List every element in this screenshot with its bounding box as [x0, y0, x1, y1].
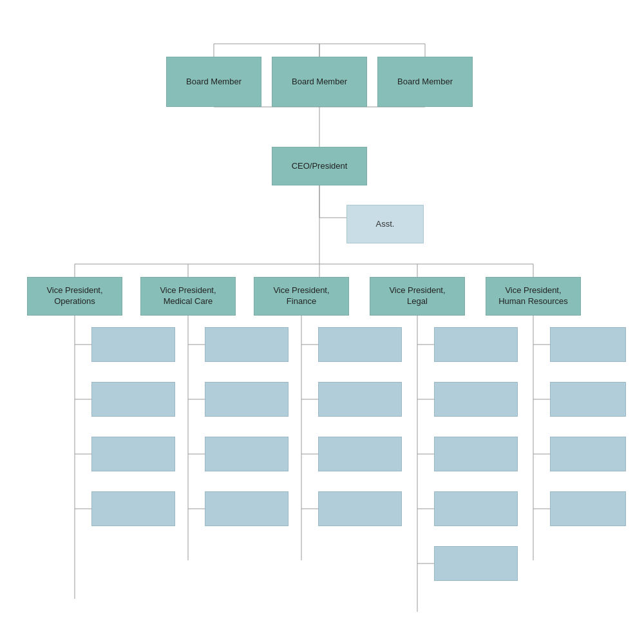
board-member-2: Board Member: [272, 57, 367, 107]
board-member-1: Board Member: [166, 57, 261, 107]
vp-finance: Vice President,Finance: [254, 277, 349, 316]
hr-sub-1: [550, 327, 626, 362]
legal-sub-1: [434, 327, 518, 362]
hr-sub-2: [550, 382, 626, 417]
legal-sub-4: [434, 491, 518, 526]
ceo-box: CEO/President: [272, 147, 367, 185]
legal-sub-3: [434, 437, 518, 471]
hr-sub-3: [550, 437, 626, 471]
vp-legal: Vice President,Legal: [370, 277, 465, 316]
vp-operations: Vice President, Operations: [27, 277, 122, 316]
vp-hr: Vice President,Human Resources: [486, 277, 581, 316]
fin-sub-4: [318, 491, 402, 526]
med-sub-4: [205, 491, 289, 526]
ops-sub-2: [91, 382, 175, 417]
legal-sub-5: [434, 546, 518, 581]
fin-sub-2: [318, 382, 402, 417]
org-chart: Board Member Board Member Board Member C…: [0, 0, 644, 644]
ops-sub-4: [91, 491, 175, 526]
legal-sub-2: [434, 382, 518, 417]
ops-sub-3: [91, 437, 175, 471]
board-member-3: Board Member: [377, 57, 473, 107]
fin-sub-3: [318, 437, 402, 471]
ops-sub-1: [91, 327, 175, 362]
med-sub-1: [205, 327, 289, 362]
vp-medical: Vice President,Medical Care: [140, 277, 236, 316]
med-sub-3: [205, 437, 289, 471]
asst-box: Asst.: [346, 205, 424, 243]
hr-sub-4: [550, 491, 626, 526]
med-sub-2: [205, 382, 289, 417]
fin-sub-1: [318, 327, 402, 362]
